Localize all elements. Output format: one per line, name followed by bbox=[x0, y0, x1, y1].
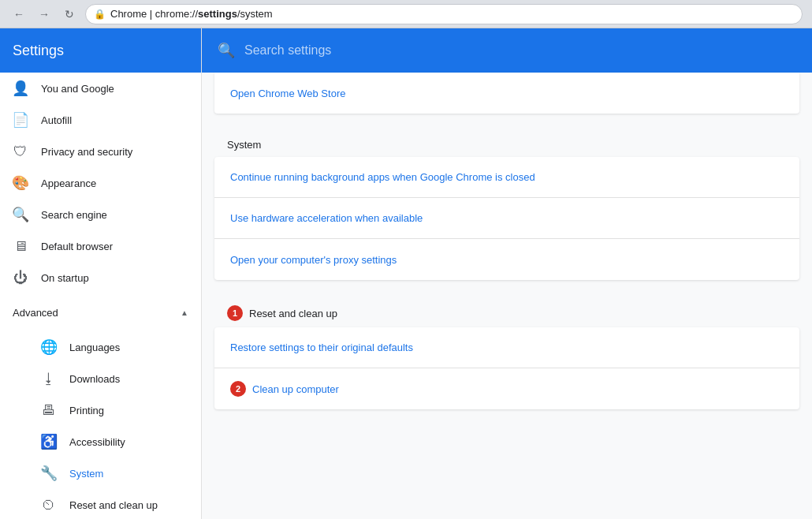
restore-defaults-label: Restore settings to their original defau… bbox=[230, 342, 413, 353]
advanced-label: Advanced bbox=[13, 307, 58, 319]
sidebar-item-languages[interactable]: 🌐 Languages bbox=[0, 331, 201, 363]
sidebar-item-printing[interactable]: 🖶 Printing bbox=[0, 394, 201, 426]
shield-icon: 🛡 bbox=[13, 144, 28, 159]
system-item-label: Use hardware acceleration when available bbox=[230, 212, 423, 224]
main-layout: Settings 👤 You and Google 📄 Autofill 🛡 P… bbox=[0, 28, 812, 519]
sidebar-item-reset-cleanup[interactable]: ⏲ Reset and clean up bbox=[0, 489, 201, 519]
content-area: 🔍 Open Chrome Web Store System Continue … bbox=[202, 28, 812, 519]
system-item-background-apps[interactable]: Continue running background apps when Go… bbox=[214, 157, 799, 198]
system-section-title: System bbox=[202, 120, 812, 157]
download-icon: ⭳ bbox=[41, 371, 57, 386]
sidebar-item-label: Default browser bbox=[41, 241, 113, 252]
sidebar-item-appearance[interactable]: 🎨 Appearance bbox=[0, 167, 201, 199]
globe-icon: 🌐 bbox=[41, 339, 57, 355]
content-inner: Open Chrome Web Store System Continue ru… bbox=[202, 73, 812, 409]
person-icon: 👤 bbox=[13, 80, 28, 96]
back-button[interactable]: ← bbox=[9, 5, 28, 24]
sidebar-header: Settings bbox=[0, 28, 201, 73]
cleanup-computer-label: Clean up computer bbox=[252, 383, 339, 395]
system-card: Continue running background apps when Go… bbox=[214, 157, 799, 280]
sidebar-item-on-startup[interactable]: ⏻ On startup bbox=[0, 262, 201, 293]
accessibility-icon: ♿ bbox=[41, 434, 57, 450]
sidebar-item-search-engine[interactable]: 🔍 Search engine bbox=[0, 199, 201, 230]
computer-icon: 🖥 bbox=[13, 238, 28, 254]
sidebar-item-label: Search engine bbox=[41, 209, 107, 221]
wrench-icon: 🔧 bbox=[41, 465, 57, 481]
refresh-button[interactable]: ↻ bbox=[60, 5, 79, 24]
sidebar-item-label: Accessibility bbox=[69, 436, 125, 448]
reset-card: Restore settings to their original defau… bbox=[214, 327, 799, 409]
sidebar-advanced-section[interactable]: Advanced ▲ bbox=[0, 293, 201, 331]
sidebar-item-label: Appearance bbox=[41, 177, 96, 189]
address-bar[interactable]: 🔒 Chrome | chrome://settings/system bbox=[85, 4, 803, 24]
reset-badge-1: 1 bbox=[227, 305, 243, 321]
sidebar-item-privacy[interactable]: 🛡 Privacy and security bbox=[0, 136, 201, 167]
system-item-label: Open your computer's proxy settings bbox=[230, 254, 397, 266]
sidebar-item-autofill[interactable]: 📄 Autofill bbox=[0, 104, 201, 136]
open-webstore-item[interactable]: Open Chrome Web Store bbox=[214, 73, 799, 114]
search-bar-icon: 🔍 bbox=[218, 42, 235, 59]
reset-section-title: Reset and clean up bbox=[249, 308, 337, 319]
sidebar-item-label: System bbox=[69, 468, 103, 480]
system-item-proxy[interactable]: Open your computer's proxy settings bbox=[214, 239, 799, 280]
sidebar-item-label: Reset and clean up bbox=[69, 499, 158, 511]
sidebar-item-label: Printing bbox=[69, 405, 104, 416]
reset-icon: ⏲ bbox=[41, 497, 57, 513]
sidebar-item-you-google[interactable]: 👤 You and Google bbox=[0, 73, 201, 104]
sidebar-item-label: Languages bbox=[69, 342, 120, 353]
search-icon: 🔍 bbox=[13, 207, 28, 222]
search-input[interactable] bbox=[244, 43, 796, 58]
power-icon: ⏻ bbox=[13, 270, 28, 286]
sidebar: Settings 👤 You and Google 📄 Autofill 🛡 P… bbox=[0, 28, 202, 519]
sidebar-item-label: On startup bbox=[41, 272, 89, 284]
forward-button[interactable]: → bbox=[35, 5, 54, 24]
sidebar-item-default-browser[interactable]: 🖥 Default browser bbox=[0, 230, 201, 262]
cleanup-computer-item[interactable]: 2 Clean up computer bbox=[214, 368, 799, 409]
restore-defaults-item[interactable]: Restore settings to their original defau… bbox=[214, 327, 799, 368]
system-item-hardware-accel[interactable]: Use hardware acceleration when available bbox=[214, 198, 799, 239]
sidebar-item-label: You and Google bbox=[41, 83, 114, 95]
sidebar-item-system[interactable]: 🔧 System bbox=[0, 457, 201, 489]
search-bar: 🔍 bbox=[202, 28, 812, 73]
sidebar-item-label: Downloads bbox=[69, 373, 120, 385]
top-partial-card: Open Chrome Web Store bbox=[214, 73, 799, 114]
sidebar-item-label: Autofill bbox=[41, 114, 72, 126]
cleanup-badge: 2 bbox=[230, 381, 246, 397]
address-text: Chrome | chrome://settings/system bbox=[110, 8, 273, 20]
reset-section-header: 1 Reset and clean up bbox=[202, 293, 812, 327]
sidebar-title: Settings bbox=[13, 43, 64, 59]
autofill-icon: 📄 bbox=[13, 112, 28, 128]
palette-icon: 🎨 bbox=[13, 175, 28, 191]
sidebar-item-label: Privacy and security bbox=[41, 146, 132, 158]
sidebar-item-downloads[interactable]: ⭳ Downloads bbox=[0, 363, 201, 394]
security-icon: 🔒 bbox=[94, 9, 106, 20]
system-item-label: Continue running background apps when Go… bbox=[230, 171, 535, 183]
open-webstore-label: Open Chrome Web Store bbox=[230, 88, 345, 99]
sidebar-item-accessibility[interactable]: ♿ Accessibility bbox=[0, 426, 201, 457]
browser-chrome: ← → ↻ 🔒 Chrome | chrome://settings/syste… bbox=[0, 0, 812, 28]
print-icon: 🖶 bbox=[41, 402, 57, 418]
chevron-up-icon: ▲ bbox=[181, 308, 188, 317]
